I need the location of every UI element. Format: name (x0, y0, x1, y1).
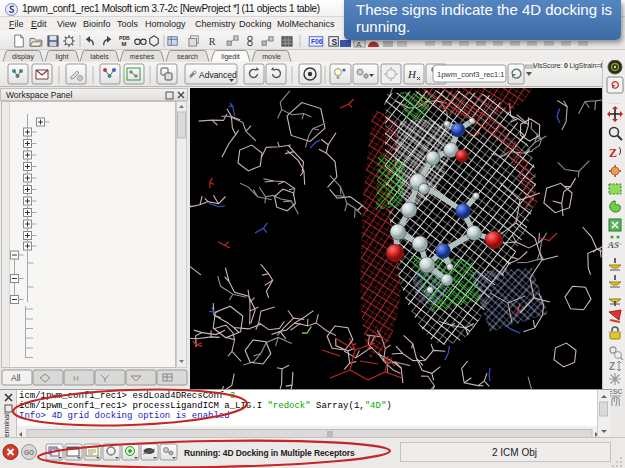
svg-text:F06: F06 (311, 38, 323, 45)
svg-text:labels: labels (90, 53, 109, 60)
svg-text:A: A (356, 40, 362, 49)
svg-text:H: H (407, 68, 417, 80)
svg-text:H: H (73, 374, 79, 383)
svg-text:GO: GO (24, 449, 34, 456)
svg-text:PDB: PDB (119, 35, 130, 41)
svg-text:Z: Z (609, 361, 615, 372)
svg-text:Advanced: Advanced (199, 70, 237, 80)
svg-text:1pwm_conf3_rec1:1: 1pwm_conf3_rec1:1 (437, 70, 505, 79)
svg-text:All: All (11, 373, 21, 383)
svg-text:AS: AS (607, 240, 619, 250)
svg-text:R: R (209, 36, 216, 47)
svg-text:light: light (56, 53, 69, 61)
svg-text:movie: movie (262, 53, 281, 60)
svg-text:Z: Z (609, 146, 617, 160)
svg-text:display: display (12, 53, 34, 61)
svg-text:S: S (331, 37, 337, 47)
svg-text:ligedit: ligedit (221, 53, 239, 61)
svg-text:ESC: ESC (608, 388, 622, 395)
svg-text:M: M (122, 41, 127, 47)
svg-text:meshes: meshes (130, 53, 155, 60)
svg-text:search: search (177, 53, 198, 60)
